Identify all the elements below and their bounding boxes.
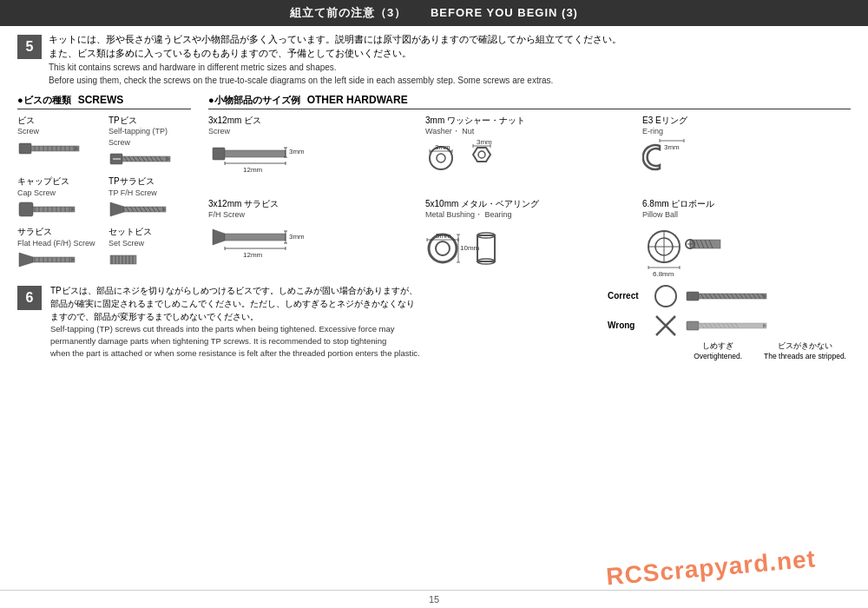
svg-point-135	[655, 286, 676, 307]
hw-item-3x12fh: 3x12mm サラビス F/H Screw 3mm	[208, 198, 417, 279]
note6-jp1: TPビスは、部品にネジを切りながらしめつけるビスです。しめこみが固い場合がありま…	[50, 284, 599, 297]
note6-en3: when the part is attached or when some r…	[50, 347, 599, 360]
hw-item-ering: E3 Eリング E-ring 3mm	[642, 115, 851, 191]
stripped-jp: ビスがきかない	[764, 341, 846, 352]
wrong-x-icon	[654, 314, 678, 338]
svg-text:3mm: 3mm	[289, 233, 304, 241]
note5-en1: This kit contains screws and hardware in…	[49, 61, 621, 74]
hw-img-ering: 3mm	[642, 139, 703, 187]
screw-item-hex: ビス Screw	[17, 115, 100, 169]
note6-en2: permanently damage parts when tightening…	[50, 335, 599, 347]
svg-point-86	[478, 151, 485, 158]
note5-block: 5 キットには、形や長さが違うビスや小物部品が多く入っています。説明書には原寸図…	[17, 33, 851, 87]
header-en-title: BEFORE YOU BEGIN (3)	[431, 6, 578, 19]
note5-jp2: また、ビス類は多めに入っているものもありますので、予備としてお使いください。	[49, 47, 621, 61]
hw-img-washer-nut: 3mm 3mm	[425, 139, 512, 187]
svg-marker-85	[473, 148, 490, 162]
wrong-label: Wrong	[608, 321, 647, 330]
page-footer: 15	[0, 590, 868, 608]
screw-item-cap: キャップビス Cap Screw	[17, 175, 100, 219]
note6-en1: Self-tapping (TP) screws cut threads int…	[50, 323, 599, 335]
hw-item-washer-nut: 3mm ワッシャー・ナット Washer・ Nut 3mm	[425, 115, 634, 191]
page-number: 15	[429, 594, 439, 605]
screw-item-flat: サラビス Flat Head (F/H) Screw	[17, 226, 100, 269]
hw-img-bearing: 5mm 10mm	[425, 222, 512, 279]
screw-img-set	[108, 250, 143, 269]
wrong-row: Wrong	[608, 314, 851, 338]
page: 組立て前の注意（3） BEFORE YOU BEGIN (3) 5 キットには、…	[0, 0, 868, 608]
bottom-warning-labels: しめすぎ Overtightened. ビスがきかない The threads …	[608, 341, 851, 360]
svg-rect-0	[19, 143, 31, 154]
hw-item-bearing: 5x10mm メタル・ベアリング Metal Bushing・ Bearing …	[425, 198, 634, 279]
svg-marker-38	[110, 202, 124, 216]
svg-text:5mm: 5mm	[436, 232, 451, 240]
hw-label-3x12screw: 3x12mm ビス Screw	[208, 115, 261, 137]
screw-item-set: セットビス Set Screw	[108, 226, 191, 269]
hardware-title: ●小物部品のサイズ例 OTHER HARDWARE	[208, 94, 851, 109]
hw-label-3x12fh: 3x12mm サラビス F/H Screw	[208, 198, 279, 221]
hw-label-ering: E3 Eリング E-ring	[642, 115, 687, 137]
page-content: 5 キットには、形や長さが違うビスや小物部品が多く入っています。説明書には原寸図…	[0, 26, 868, 590]
screws-title: ●ビスの種類 SCREWS	[17, 94, 191, 109]
svg-text:3mm: 3mm	[289, 148, 304, 155]
screw-label-flat: サラビス Flat Head (F/H) Screw	[17, 226, 100, 248]
note6-block: 6 TPビスは、部品にネジを切りながらしめつけるビスです。しめこみが固い場合があ…	[17, 284, 851, 360]
hw-label-bearing: 5x10mm メタル・ベアリング Metal Bushing・ Bearing	[425, 198, 539, 221]
svg-text:6.8mm: 6.8mm	[653, 270, 674, 278]
screws-grid: ビス Screw	[17, 115, 191, 270]
screws-en-title: SCREWS	[78, 94, 124, 106]
hardware-section: ●小物部品のサイズ例 OTHER HARDWARE 3x12mm ビス Scre…	[191, 94, 851, 279]
screw-label-hex: ビス Screw	[17, 115, 100, 137]
svg-text:12mm: 12mm	[243, 166, 263, 174]
screw-label-tp-fh: TPサラビス TP F/H Screw	[108, 175, 191, 198]
hw-label-washer-nut: 3mm ワッシャー・ナット Washer・ Nut	[425, 115, 525, 137]
screw-label-tp: TPビス Self-tapping (TP) Screw	[108, 115, 191, 149]
hardware-en-title: OTHER HARDWARE	[307, 94, 408, 106]
svg-text:12mm: 12mm	[243, 251, 263, 259]
correct-row: Correct	[608, 284, 851, 308]
svg-rect-69	[213, 148, 225, 160]
hardware-grid: 3x12mm ビス Screw 3mm	[208, 115, 851, 279]
overtightened-label: しめすぎ Overtightened.	[694, 341, 742, 360]
screw-item-tp: TPビス Self-tapping (TP) Screw	[108, 115, 191, 169]
screw-item-tp-fh: TPサラビス TP F/H Screw	[108, 175, 191, 219]
hardware-jp-title: ●小物部品のサイズ例	[208, 94, 300, 107]
screws-section: ●ビスの種類 SCREWS ビス Screw	[17, 94, 191, 279]
hw-img-pillow-ball: 6.8mm	[642, 222, 729, 279]
stripped-en: The threads are stripped.	[764, 352, 846, 360]
svg-rect-156	[687, 321, 699, 330]
svg-rect-115	[477, 235, 495, 261]
svg-rect-136	[687, 292, 699, 301]
screw-img-tp	[108, 149, 178, 169]
correct-label: Correct	[608, 291, 647, 301]
svg-text:3mm: 3mm	[477, 139, 492, 146]
page-header: 組立て前の注意（3） BEFORE YOU BEGIN (3)	[0, 0, 868, 26]
note5-text: キットには、形や長さが違うビスや小物部品が多く入っています。説明書には原寸図があ…	[49, 33, 621, 87]
stripped-label: ビスがきかない The threads are stripped.	[764, 341, 846, 360]
overtightened-jp: しめすぎ	[694, 341, 742, 352]
screw-img-flat	[17, 250, 87, 269]
note5-number: 5	[17, 35, 42, 59]
header-jp-title: 組立て前の注意（3）	[290, 6, 406, 19]
note6-jp3: ますので、部品が変形するまでしめないでください。	[50, 310, 599, 323]
screw-label-cap: キャップビス Cap Screw	[17, 175, 100, 198]
screws-jp-title: ●ビスの種類	[17, 94, 71, 107]
screw-label-set: セットビス Set Screw	[108, 226, 191, 248]
correct-circle-icon	[654, 284, 678, 308]
screw-img-tp-fh	[108, 200, 178, 219]
hw-item-3x12screw: 3x12mm ビス Screw 3mm	[208, 115, 417, 191]
correct-screw-img	[685, 287, 772, 306]
main-sections: ●ビスの種類 SCREWS ビス Screw	[17, 94, 851, 279]
screw-img-cap	[17, 200, 87, 219]
hw-label-pillow-ball: 6.8mm ピロボール Pillow Ball	[642, 198, 714, 221]
svg-rect-26	[19, 202, 33, 216]
hw-img-3x12fh: 3mm 12mm	[208, 222, 304, 274]
svg-rect-70	[225, 150, 286, 157]
svg-marker-49	[19, 253, 33, 267]
svg-point-80	[437, 154, 445, 162]
hw-img-3x12screw: 3mm 12mm	[208, 139, 304, 191]
svg-text:3mm: 3mm	[664, 143, 680, 151]
svg-rect-1	[31, 146, 79, 151]
note6-jp2: 部品が確実に固定されるまでしめこんでください。ただし、しめすぎるとネジがきかなく…	[50, 297, 599, 310]
svg-point-106	[436, 241, 450, 255]
